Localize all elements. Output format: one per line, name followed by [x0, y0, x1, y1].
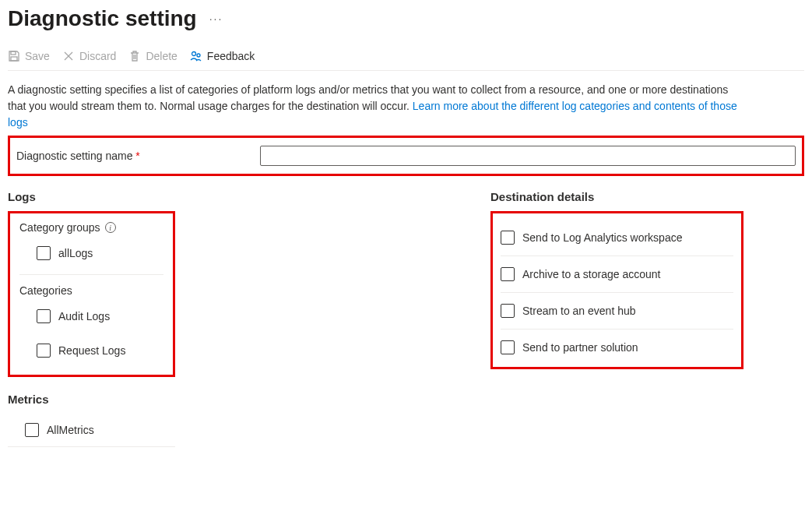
alllogs-label: allLogs: [58, 247, 93, 259]
dest-eventhub-row: Stream to an event hub: [501, 293, 733, 330]
destination-box: Send to Log Analytics workspace Archive …: [490, 211, 743, 369]
toolbar: Save Discard Delete Feedback: [8, 50, 804, 71]
category-groups-label: Category groups: [19, 221, 100, 234]
delete-button[interactable]: Delete: [128, 50, 177, 62]
request-logs-label: Request Logs: [58, 344, 125, 357]
page-title: Diagnostic setting: [8, 6, 197, 31]
audit-logs-row: Audit Logs: [19, 303, 163, 330]
metrics-section-title: Metrics: [8, 393, 459, 406]
dest-eventhub-checkbox[interactable]: [501, 304, 515, 318]
logs-box: Category groups i allLogs Categories Aud…: [8, 211, 175, 377]
setting-name-label: Diagnostic setting name *: [16, 150, 254, 162]
audit-logs-label: Audit Logs: [58, 310, 110, 322]
dest-storage-row: Archive to a storage account: [501, 256, 733, 293]
save-button[interactable]: Save: [8, 50, 50, 62]
save-label: Save: [25, 50, 50, 62]
save-icon: [8, 50, 20, 62]
dest-partner-checkbox[interactable]: [501, 340, 515, 354]
feedback-button[interactable]: Feedback: [190, 50, 255, 62]
required-asterisk: *: [135, 150, 139, 162]
allmetrics-label: AllMetrics: [47, 424, 94, 436]
category-groups-heading: Category groups i: [19, 221, 163, 234]
dest-storage-checkbox[interactable]: [501, 267, 515, 281]
svg-rect-1: [11, 57, 17, 61]
info-icon[interactable]: i: [105, 222, 116, 233]
setting-name-label-text: Diagnostic setting name: [16, 150, 132, 162]
dest-partner-row: Send to partner solution: [501, 330, 733, 358]
dest-eventhub-label: Stream to an event hub: [522, 305, 636, 317]
audit-logs-checkbox[interactable]: [37, 309, 51, 323]
dest-partner-label: Send to partner solution: [522, 341, 638, 354]
alllogs-row: allLogs: [19, 240, 163, 266]
dest-log-analytics-row: Send to Log Analytics workspace: [501, 220, 733, 256]
categories-label: Categories: [19, 284, 72, 297]
dest-log-analytics-checkbox[interactable]: [501, 231, 515, 245]
discard-icon: [62, 50, 75, 62]
more-actions-icon[interactable]: ···: [209, 12, 223, 25]
destination-section-title: Destination details: [490, 190, 786, 203]
logs-section-title: Logs: [8, 190, 459, 203]
setting-name-row: Diagnostic setting name *: [8, 136, 804, 176]
discard-label: Discard: [79, 50, 116, 62]
categories-heading: Categories: [19, 284, 163, 297]
alllogs-checkbox[interactable]: [37, 246, 51, 260]
request-logs-row: Request Logs: [19, 330, 163, 364]
feedback-label: Feedback: [207, 50, 255, 62]
allmetrics-row: AllMetrics: [8, 414, 175, 447]
dest-storage-label: Archive to a storage account: [522, 268, 660, 280]
allmetrics-checkbox[interactable]: [25, 423, 39, 437]
svg-point-4: [192, 52, 195, 56]
discard-button[interactable]: Discard: [62, 50, 116, 62]
dest-log-analytics-label: Send to Log Analytics workspace: [522, 231, 682, 244]
setting-name-input[interactable]: [260, 146, 796, 166]
description-text: A diagnostic setting specifies a list of…: [8, 82, 740, 131]
svg-point-5: [197, 54, 200, 57]
request-logs-checkbox[interactable]: [37, 344, 51, 358]
delete-label: Delete: [146, 50, 177, 62]
feedback-icon: [190, 50, 202, 62]
delete-icon: [128, 50, 141, 62]
svg-rect-0: [11, 51, 16, 55]
